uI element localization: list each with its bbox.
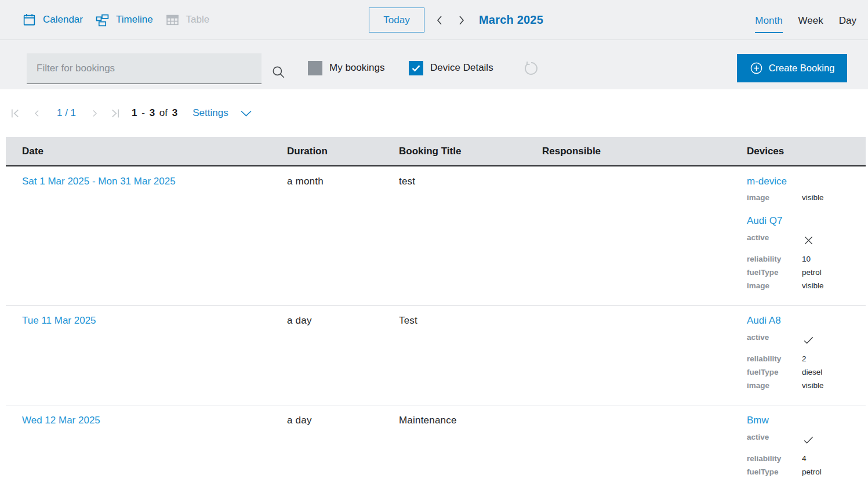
device-attribute-active: active	[747, 231, 866, 247]
attribute-label: image	[747, 191, 802, 204]
refresh-icon	[522, 60, 540, 77]
device-attributes: active reliability2fuelTypedieselimagevi…	[747, 331, 866, 392]
column-header-devices: Devices	[747, 146, 866, 157]
attribute-label: reliability	[747, 452, 802, 465]
my-bookings-label: My bookings	[329, 62, 384, 74]
results-of-label: of	[157, 107, 170, 118]
booking-title: Maintenance	[399, 415, 542, 426]
results-total: 3	[172, 107, 177, 118]
view-toolbar: Calendar Timeline	[0, 0, 868, 40]
booking-date-link[interactable]: Sat 1 Mar 2025 - Mon 31 Mar 2025	[22, 176, 176, 187]
page-indicator: 1 / 1	[57, 107, 76, 119]
view-table: Table	[165, 13, 210, 27]
attribute-value: petrol	[802, 266, 822, 279]
table-body: Sat 1 Mar 2025 - Mon 31 Mar 2025 a month…	[6, 166, 866, 482]
checkbox-unchecked-icon	[308, 61, 322, 75]
results-count: 1 - 3 of 3	[132, 107, 177, 119]
booking-duration: a day	[287, 415, 399, 426]
pagination-bar: 1 / 1 1 - 3 of 3 Settings	[0, 89, 868, 137]
device-attribute-active: active	[747, 430, 866, 447]
last-page-button	[108, 106, 122, 121]
results-range-end: 3	[150, 107, 155, 118]
settings-label: Settings	[193, 107, 228, 119]
device-link[interactable]: Audi A8	[747, 315, 781, 327]
device-attribute-image: imagevisible	[747, 379, 866, 392]
tab-month-label: Month	[755, 15, 782, 27]
booking-devices: Bmw active reliability4fuelTypepetrolima…	[747, 415, 866, 482]
attribute-value: petrol	[802, 465, 822, 479]
device-details-checkbox[interactable]: Device Details	[409, 60, 493, 75]
table-header-row: DateDurationBooking TitleResponsibleDevi…	[6, 137, 866, 166]
device-attribute-reliability: reliability4	[747, 452, 866, 465]
device-attribute-image: imagevisible	[747, 279, 866, 292]
first-page-button	[8, 106, 23, 121]
attribute-label: fuelType	[747, 465, 802, 479]
device-attribute-fuelType: fuelTypepetrol	[747, 266, 866, 279]
device-attribute-image: imagevisible	[747, 479, 866, 482]
device-entry: Audi A8 active reliability2fuelTypediese…	[747, 315, 866, 392]
attribute-label: reliability	[747, 352, 802, 365]
create-booking-button[interactable]: Create Booking	[737, 54, 847, 82]
search-icon	[271, 64, 286, 79]
view-calendar-label: Calendar	[43, 14, 83, 26]
range-tabs: Month Week Day	[739, 15, 856, 33]
device-details-label: Device Details	[430, 62, 493, 74]
next-page-button	[89, 107, 101, 119]
previous-period-button[interactable]	[434, 12, 446, 28]
booking-devices: m-device imagevisible Audi Q7 active rel…	[747, 176, 866, 292]
device-attribute-fuelType: fuelTypepetrol	[747, 465, 866, 479]
results-range-start: 1	[132, 107, 137, 118]
attribute-value: visible	[802, 191, 824, 204]
attribute-label: image	[747, 379, 802, 392]
device-attribute-fuelType: fuelTypediesel	[747, 365, 866, 379]
attribute-value: visible	[802, 379, 824, 392]
attribute-label: fuelType	[747, 266, 802, 279]
settings-button[interactable]: Settings	[193, 107, 252, 119]
bookings-table: DateDurationBooking TitleResponsibleDevi…	[6, 137, 866, 482]
device-entry: Audi Q7 active reliability10fuelTypepetr…	[747, 215, 866, 292]
tab-day[interactable]: Day	[839, 15, 856, 33]
device-entry: m-device imagevisible	[747, 176, 866, 204]
checkbox-checked-icon	[409, 61, 423, 75]
timeline-icon	[95, 13, 110, 27]
my-bookings-checkbox[interactable]: My bookings	[308, 60, 384, 75]
next-period-button[interactable]	[455, 12, 467, 28]
results-separator: -	[139, 107, 148, 118]
table-icon	[165, 13, 180, 27]
tab-week[interactable]: Week	[798, 15, 823, 33]
booking-date-link[interactable]: Wed 12 Mar 2025	[22, 415, 100, 426]
cross-icon	[802, 231, 815, 247]
view-calendar[interactable]: Calendar	[22, 13, 83, 27]
attribute-value: diesel	[802, 365, 822, 379]
device-attribute-reliability: reliability10	[747, 252, 866, 266]
chevron-left-icon	[32, 108, 42, 118]
filter-input[interactable]	[27, 53, 262, 84]
view-timeline[interactable]: Timeline	[95, 13, 153, 27]
chevron-down-icon	[228, 109, 253, 118]
booking-date-link[interactable]: Tue 11 Mar 2025	[22, 315, 96, 327]
check-icon	[802, 430, 815, 447]
create-booking-label: Create Booking	[769, 63, 835, 74]
today-button[interactable]: Today	[369, 8, 424, 32]
booking-title: test	[399, 176, 542, 187]
column-header-booking-title: Booking Title	[399, 146, 542, 157]
tab-selected-underline	[755, 32, 782, 33]
attribute-label: image	[747, 279, 802, 292]
view-switcher: Calendar Timeline	[0, 13, 221, 27]
period-title: March 2025	[479, 13, 543, 27]
first-page-icon	[9, 107, 21, 119]
search-button[interactable]	[271, 64, 286, 79]
attribute-value: visible	[802, 479, 824, 482]
device-link[interactable]: Bmw	[747, 415, 769, 426]
attribute-label: active	[747, 430, 802, 444]
device-link[interactable]: m-device	[747, 176, 787, 187]
attribute-value: visible	[802, 279, 824, 292]
tab-month[interactable]: Month	[755, 15, 782, 33]
column-header-date: Date	[6, 146, 287, 157]
previous-page-button	[31, 107, 43, 119]
period-navigation: Today March 2025	[369, 8, 543, 32]
booking-duration: a day	[287, 315, 399, 327]
device-link[interactable]: Audi Q7	[747, 215, 782, 227]
device-attribute-reliability: reliability2	[747, 352, 866, 365]
attribute-label: active	[747, 231, 802, 244]
